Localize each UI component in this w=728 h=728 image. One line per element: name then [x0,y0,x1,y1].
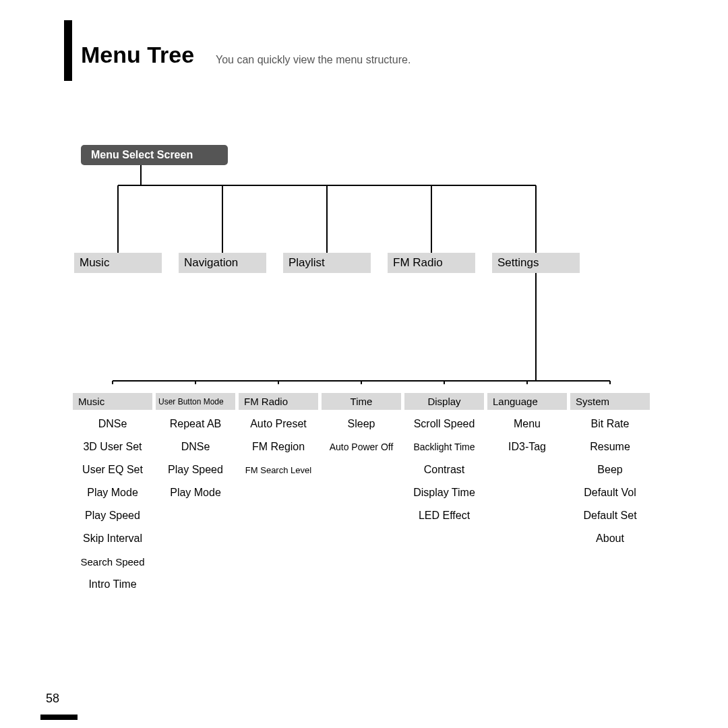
c6-3: Default Vol [570,483,650,502]
l2-time: Time [322,393,401,410]
c5-1: ID3-Tag [487,437,567,456]
l2-fmradio: FM Radio [239,393,318,410]
c3-0: Sleep [322,415,401,433]
c3-1: Auto Power Off [322,437,401,456]
c4-4: LED Effect [404,506,484,525]
l2-system: System [570,393,650,410]
c6-0: Bit Rate [570,415,650,433]
c6-1: Resume [570,437,650,456]
c4-1: Backlight Time [404,437,484,456]
c6-4: Default Set [570,506,650,525]
l2-display: Display [404,393,484,410]
page-subtitle: You can quickly view the menu structure. [216,54,411,66]
l2-language: Language [487,393,567,410]
footer-marker [40,715,78,720]
c0-5: Skip Interval [73,529,152,548]
l2-userbutton: User Button Mode [156,393,235,410]
c4-3: Display Time [404,483,484,502]
c0-3: Play Mode [73,483,152,502]
c1-3: Play Mode [156,483,235,502]
page-number: 58 [46,692,59,706]
page-title: Menu Tree [81,42,194,68]
c4-2: Contrast [404,460,484,479]
c0-1: 3D User Set [73,437,152,456]
c6-5: About [570,529,650,548]
l2-music: Music [73,393,152,410]
c1-1: DNSe [156,437,235,456]
c1-2: Play Speed [156,460,235,479]
c2-2: FM Search Level [239,460,318,479]
c0-0: DNSe [73,415,152,433]
c0-2: User EQ Set [73,460,152,479]
c1-0: Repeat AB [156,415,235,433]
c4-0: Scroll Speed [404,415,484,433]
c2-0: Auto Preset [239,415,318,433]
c5-0: Menu [487,415,567,433]
c0-6: Search Speed [73,552,152,571]
c6-2: Beep [570,460,650,479]
connector-lines [67,155,650,384]
c2-1: FM Region [239,437,318,456]
c0-4: Play Speed [73,506,152,525]
c0-7: Intro Time [73,575,152,594]
header-marker [64,20,72,81]
